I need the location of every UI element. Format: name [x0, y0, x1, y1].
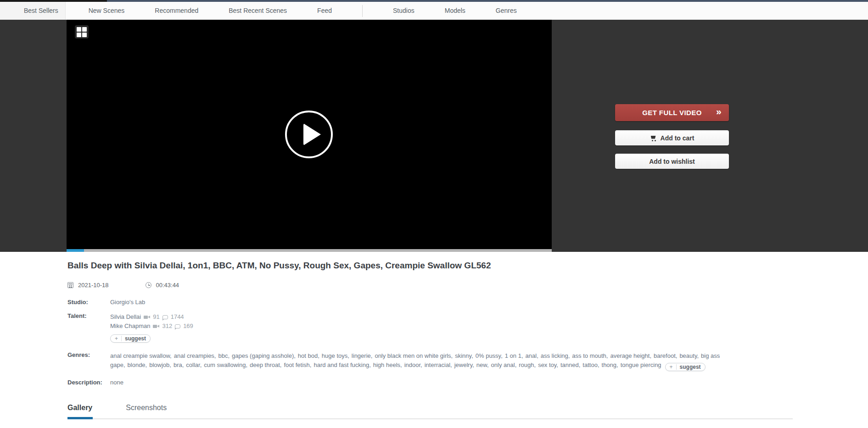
- genre-item: ass licking,: [541, 352, 572, 359]
- genre-link[interactable]: foot fetish: [284, 361, 309, 368]
- nav-item[interactable]: Best Sellers: [0, 2, 66, 20]
- tab-gallery[interactable]: Gallery: [67, 404, 92, 418]
- plus-icon: +: [670, 362, 673, 372]
- nav-item[interactable]: Genres: [496, 2, 517, 20]
- genre-item: skinny,: [455, 352, 476, 359]
- genre-link[interactable]: bbc: [218, 352, 228, 359]
- genre-link[interactable]: lingerie: [352, 352, 371, 359]
- genre-link[interactable]: anal: [526, 352, 537, 359]
- pill-divider: [676, 364, 677, 370]
- cart-icon: [650, 135, 657, 141]
- comment-icon: [175, 324, 180, 328]
- genre-link[interactable]: jewelry: [454, 361, 473, 368]
- genre-item: hot bod,: [298, 352, 322, 359]
- genre-link[interactable]: sex toy: [538, 361, 556, 368]
- talent-video-count: 312: [162, 322, 172, 331]
- nav-item[interactable]: Studios: [393, 2, 414, 20]
- genre-item: bra,: [174, 361, 186, 368]
- genre-item: indoor,: [404, 361, 425, 368]
- genre-item: thong,: [602, 361, 621, 368]
- genre-link[interactable]: barefoot: [654, 352, 676, 359]
- genre-link[interactable]: hot bod: [298, 352, 318, 359]
- grid-icon[interactable]: [75, 25, 89, 39]
- video-progress-bar[interactable]: [67, 249, 552, 252]
- talent-list: Silvia Dellai 91 1744 Mike Chapman 312 1…: [110, 312, 859, 331]
- genre-link[interactable]: tanned: [560, 361, 579, 368]
- genre-link[interactable]: collar: [186, 361, 200, 368]
- genre-link[interactable]: blonde: [128, 361, 146, 368]
- talent-comment-count: 169: [183, 322, 193, 331]
- studio-label: Studio:: [67, 299, 110, 306]
- calendar-icon: [67, 282, 73, 288]
- get-full-video-button[interactable]: GET FULL VIDEO »: [615, 104, 729, 121]
- genre-link[interactable]: bra: [174, 361, 182, 368]
- genre-item: collar,: [186, 361, 204, 368]
- genre-item: huge toys,: [322, 352, 352, 359]
- genre-link[interactable]: interracial: [425, 361, 450, 368]
- genre-link[interactable]: average height: [610, 352, 650, 359]
- talent-row: Talent: Silvia Dellai 91 1744 Mike Chapm…: [67, 312, 859, 343]
- genre-link[interactable]: only anal: [491, 361, 515, 368]
- talent-link[interactable]: Mike Chapman: [110, 322, 150, 331]
- gallery-tabs: Gallery Screenshots: [67, 404, 793, 419]
- genre-link[interactable]: ass to mouth: [572, 352, 606, 359]
- video-player[interactable]: [67, 20, 552, 249]
- play-icon[interactable]: [285, 111, 333, 158]
- strip-blue-segment: [107, 0, 868, 2]
- talent-link[interactable]: Silvia Dellai: [110, 312, 141, 322]
- genre-link[interactable]: tongue piercing: [621, 361, 661, 368]
- clock-icon: [146, 282, 151, 288]
- tab-screenshots[interactable]: Screenshots: [126, 404, 167, 418]
- double-chevron-icon: »: [716, 106, 722, 117]
- genre-item: interracial,: [425, 361, 454, 368]
- plus-icon: +: [115, 335, 118, 342]
- genre-link[interactable]: rough: [519, 361, 534, 368]
- genre-link[interactable]: hard and fast fucking: [314, 361, 369, 368]
- genre-link[interactable]: 0% pussy: [476, 352, 501, 359]
- suggest-genre-button[interactable]: + suggest: [665, 363, 706, 371]
- genre-link[interactable]: cum swallowing: [204, 361, 246, 368]
- genre-link[interactable]: blowjob: [149, 361, 169, 368]
- pill-divider: [121, 336, 122, 341]
- genre-item: high heels,: [373, 361, 404, 368]
- nav-item[interactable]: Feed: [317, 2, 332, 20]
- genre-link[interactable]: only black men on white girls: [375, 352, 451, 359]
- genre-link[interactable]: indoor: [404, 361, 420, 368]
- genre-item: bbc,: [218, 352, 232, 359]
- nav-item[interactable]: Recommended: [155, 2, 198, 20]
- genres-row: Genres: anal creampie swallow,anal cream…: [67, 351, 859, 371]
- genre-link[interactable]: skinny: [455, 352, 471, 359]
- camera-icon: [144, 315, 150, 319]
- genre-link[interactable]: ass licking: [541, 352, 568, 359]
- genre-item: foot fetish,: [284, 361, 314, 368]
- add-to-cart-button[interactable]: Add to cart: [615, 130, 729, 145]
- genre-link[interactable]: beauty: [679, 352, 697, 359]
- genre-item: rough,: [519, 361, 538, 368]
- genre-item: only anal,: [491, 361, 519, 368]
- genre-link[interactable]: anal creampie swallow: [110, 352, 170, 359]
- genre-link[interactable]: tattoo: [582, 361, 598, 368]
- genre-link[interactable]: high heels: [373, 361, 400, 368]
- genre-link[interactable]: 1 on 1: [505, 352, 521, 359]
- genre-link[interactable]: gapes (gaping asshole): [232, 352, 294, 359]
- genre-link[interactable]: anal creampies: [174, 352, 214, 359]
- genre-item: anal,: [526, 352, 541, 359]
- talent-line: Silvia Dellai 91 1744: [110, 312, 859, 322]
- studio-link[interactable]: Giorgio's Lab: [110, 299, 145, 306]
- nav-item[interactable]: New Scenes: [89, 2, 125, 20]
- add-to-wishlist-label: Add to wishlist: [649, 158, 695, 165]
- genre-item: beauty,: [679, 352, 701, 359]
- genre-link[interactable]: thong: [602, 361, 617, 368]
- genre-link[interactable]: new: [476, 361, 487, 368]
- genre-link[interactable]: huge toys: [322, 352, 347, 359]
- genre-item: deep throat,: [250, 361, 284, 368]
- genre-link[interactable]: deep throat: [250, 361, 280, 368]
- genre-item: 0% pussy,: [476, 352, 505, 359]
- progress-played-segment: [67, 249, 84, 252]
- genre-item: blonde,: [128, 361, 150, 368]
- nav-item[interactable]: Models: [445, 2, 465, 20]
- suggest-talent-button[interactable]: + suggest: [110, 334, 151, 343]
- nav-item[interactable]: Best Recent Scenes: [229, 2, 287, 20]
- genre-item: barefoot,: [654, 352, 679, 359]
- add-to-wishlist-button[interactable]: Add to wishlist: [615, 154, 729, 169]
